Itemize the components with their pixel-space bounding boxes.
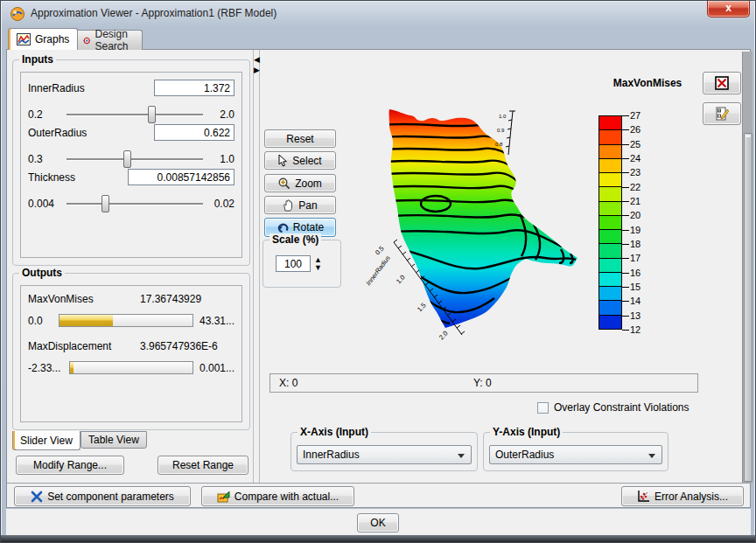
splitter-collapse-left-icon[interactable]: ◀ [254, 55, 260, 64]
splitter-collapse-right-icon[interactable]: ▶ [254, 66, 260, 74]
outputs-group: Outputs MaxVonMises 17.36743929 0.0 43.3… [12, 273, 250, 430]
output-max-label: 43.31... [200, 315, 234, 327]
legend-tick-label: 15 [630, 282, 640, 292]
pan-tool-label: Pan [298, 199, 317, 212]
scrollbar-thumb[interactable] [744, 133, 752, 482]
tab-graphs[interactable]: Graphs [8, 28, 78, 50]
pan-tool-button[interactable]: Pan [264, 196, 336, 214]
legend-cell [599, 286, 621, 300]
compare-chart-icon [217, 491, 230, 503]
panel-splitter[interactable]: ◀ ▶ [253, 50, 260, 483]
output-row-maxdisplacement: MaxDisplacement 3.965747936E-6 -2.33... … [28, 340, 234, 374]
legend-cell [599, 186, 621, 200]
chevron-down-icon [458, 454, 465, 458]
legend-title: MaxVonMises [590, 77, 705, 89]
legend-tick-label: 21 [630, 196, 640, 206]
legend-bar [598, 115, 622, 330]
x-axis-title: InnerRadius [364, 254, 392, 287]
thickness-slider-thumb[interactable] [102, 195, 109, 212]
output-row-maxvonmises: MaxVonMises 17.36743929 0.0 43.31... [28, 293, 234, 327]
legend-cell [599, 201, 621, 215]
innerradius-value-field[interactable] [154, 80, 234, 96]
legend-ticks: 27262524232221201918171615141312 [630, 115, 665, 330]
modify-range-label: Modify Range... [33, 459, 107, 471]
legend-cell [599, 300, 621, 314]
chevron-down-icon [648, 454, 655, 458]
reset-range-label: Reset Range [172, 459, 234, 471]
svg-text:1.5: 1.5 [416, 302, 428, 314]
outputs-inner-panel: MaxVonMises 17.36743929 0.0 43.31... Max… [20, 285, 242, 422]
tab-table-view[interactable]: Table View [80, 431, 147, 449]
x-axis-select[interactable]: InnerRadius [297, 445, 472, 464]
ok-button[interactable]: OK [357, 513, 399, 533]
svg-text:0.5: 0.5 [374, 245, 386, 257]
design-search-tab-icon [83, 34, 90, 47]
scale-spin-down-icon[interactable]: ▼ [314, 264, 322, 272]
zoom-tool-button[interactable]: Zoom [264, 174, 336, 192]
edit-graph-properties-button[interactable] [703, 102, 741, 125]
legend-cell [599, 172, 621, 186]
legend-tick-label: 24 [630, 153, 640, 164]
legend-tick-label: 17 [630, 253, 640, 263]
status-x: X: 0 [279, 377, 298, 389]
legend-tick-label: 27 [630, 110, 640, 121]
svg-text:0.8: 0.8 [495, 142, 503, 147]
output-min-label: -2.33... [28, 362, 63, 374]
inputs-group: Inputs InnerRadius 0.2 2.0 [12, 59, 250, 266]
window-title: Approximation Viewer - Approximation1 (R… [31, 7, 276, 19]
slider-max-label: 0.02 [210, 198, 234, 210]
y-axis-3d [506, 111, 515, 155]
compare-with-actual-button[interactable]: Compare with actual... [201, 486, 354, 506]
rotate-tool-label: Rotate [293, 221, 324, 233]
select-tool-button[interactable]: Select [264, 151, 336, 170]
surface-plot[interactable]: 0.5 1.0 1.5 2.0 InnerRadius 1.0 0.9 0.8 [348, 74, 602, 350]
slider-min-label: 0.3 [28, 153, 60, 165]
outerradius-slider-thumb[interactable] [123, 150, 131, 168]
tab-slider-view[interactable]: Slider View [12, 431, 80, 450]
legend-tick-label: 18 [630, 239, 640, 249]
legend-cell [599, 158, 621, 172]
modify-range-button[interactable]: Modify Range... [16, 456, 124, 475]
title-bar[interactable]: Approximation Viewer - Approximation1 (R… [1, 1, 755, 26]
close-button[interactable]: x [707, 1, 750, 17]
zoom-tool-label: Zoom [295, 178, 322, 190]
tab-slider-view-label: Slider View [20, 435, 73, 447]
innerradius-slider[interactable] [66, 114, 203, 115]
thickness-slider[interactable] [66, 203, 203, 205]
y-axis-group-title: Y-Axis (Input) [490, 426, 563, 438]
outerradius-slider[interactable] [66, 158, 203, 160]
input-name: Thickness [28, 171, 75, 184]
tab-design-search[interactable]: Design Search [74, 30, 143, 50]
reset-view-label: Reset [286, 133, 313, 145]
inputs-group-title: Inputs [19, 53, 56, 66]
reset-view-button[interactable]: Reset [264, 129, 336, 148]
input-row-outerradius: OuterRadius 0.3 1.0 [28, 124, 234, 165]
overlay-constraint-checkbox[interactable] [537, 402, 549, 414]
error-analysis-button[interactable]: Error Analysis... [621, 486, 744, 506]
color-legend: MaxVonMises 2726252423222120191817161514… [590, 77, 705, 89]
maxvonmises-bar-fill [60, 315, 113, 326]
y-axis-select[interactable]: OuterRadius [489, 445, 662, 464]
thickness-value-field[interactable] [128, 169, 234, 185]
content-panel: Inputs InnerRadius 0.2 2.0 [6, 49, 751, 508]
maxvonmises-bar [59, 314, 193, 327]
input-row-innerradius: InnerRadius 0.2 2.0 [28, 80, 234, 121]
window-bottom-border [1, 535, 756, 543]
delete-graph-button[interactable] [703, 72, 741, 94]
legend-cell [599, 129, 621, 143]
rotate-arrow-icon [276, 222, 289, 233]
scale-value-field[interactable] [276, 255, 311, 272]
coordinate-status-bar: X: 0 Y: 0 [270, 373, 698, 393]
vertical-scrollbar[interactable] [742, 52, 752, 484]
legend-cell [599, 243, 621, 257]
svg-text:1.0: 1.0 [395, 274, 407, 286]
reset-range-button[interactable]: Reset Range [158, 456, 248, 475]
innerradius-slider-thumb[interactable] [148, 106, 156, 123]
set-component-parameters-button[interactable]: Set component parameters [14, 486, 191, 506]
output-value: 3.965747936E-6 [140, 340, 218, 352]
input-name: InnerRadius [28, 82, 85, 94]
y-axis-select-value: OuterRadius [495, 449, 554, 461]
outerradius-value-field[interactable] [154, 124, 234, 141]
blue-x-icon [31, 491, 43, 503]
legend-cell [599, 215, 621, 229]
